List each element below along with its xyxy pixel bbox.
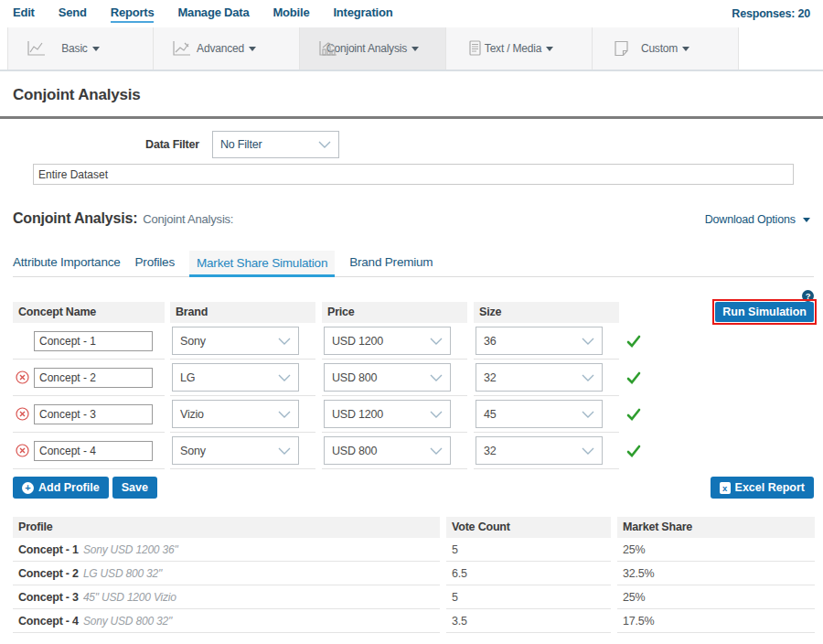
toolbar-advanced[interactable]: Advanced — [154, 27, 300, 70]
chevron-down-icon — [430, 447, 443, 455]
actions-row: + Add Profile Save x Excel Report — [13, 477, 814, 499]
sim-cell-price: USD 1200 — [322, 323, 467, 360]
download-options-button[interactable]: Download Options — [705, 213, 810, 226]
chevron-down-icon — [430, 338, 443, 345]
result-vote-count: 5 — [446, 585, 611, 609]
concept-name-input[interactable] — [34, 404, 153, 424]
chevron-down-icon — [430, 374, 443, 381]
section-heading: Conjoint Analysis: Conjoint Analysis: Do… — [13, 210, 810, 227]
chevron-down-icon — [318, 141, 331, 148]
result-market-share: 17.5% — [617, 609, 815, 633]
sim-cell-price: USD 1200 — [322, 396, 467, 433]
nav-item[interactable]: Send — [59, 5, 87, 23]
col-brand: Brand — [170, 302, 315, 323]
bar-line-chart-icon — [318, 40, 338, 60]
section-subtitle: Conjoint Analysis: — [143, 212, 233, 226]
simulator-header: Concept Name Brand Price Size — [13, 302, 823, 323]
concept-name-input[interactable] — [34, 368, 153, 388]
result-market-share: 32.5% — [617, 562, 815, 585]
data-filter-value: No Filter — [220, 138, 262, 151]
add-profile-label: Add Profile — [38, 481, 100, 494]
concept-name-input[interactable] — [34, 331, 153, 351]
chevron-down-icon — [278, 338, 291, 345]
col-concept-name: Concept Name — [13, 302, 165, 323]
tab[interactable]: Profiles — [135, 250, 175, 276]
col-vote-count: Vote Count — [446, 517, 611, 538]
results-header: Profile Vote Count Market Share — [13, 517, 823, 538]
price-select[interactable]: USD 800 — [324, 436, 451, 465]
col-profile: Profile — [13, 517, 440, 538]
sim-row: Vizio USD 1200 45 — [13, 396, 823, 433]
data-filter-select[interactable]: No Filter — [212, 131, 339, 158]
chevron-down-icon — [546, 47, 553, 51]
plus-circle-icon: + — [22, 482, 34, 494]
nav-item[interactable]: Reports — [111, 5, 155, 23]
nav-item[interactable]: Edit — [13, 5, 35, 23]
toolbar-conjoint-analysis[interactable]: Conjoint Analysis — [300, 27, 446, 70]
save-button[interactable]: Save — [112, 477, 157, 499]
tab[interactable]: Brand Premium — [349, 250, 433, 276]
size-select[interactable]: 32 — [476, 436, 603, 465]
sim-cell-brand: LG — [170, 360, 315, 396]
dataset-input[interactable] — [33, 164, 794, 185]
result-row: Concept - 3 45" USD 1200 Vizio 5 25% — [13, 585, 823, 609]
add-profile-button[interactable]: + Add Profile — [13, 477, 109, 499]
chevron-down-icon — [249, 47, 256, 51]
chevron-down-icon — [582, 411, 594, 418]
run-simulation-button[interactable]: Run Simulation — [715, 302, 814, 322]
col-size: Size — [474, 302, 619, 323]
delete-row-icon[interactable] — [16, 370, 29, 384]
valid-check-icon — [626, 371, 641, 384]
toolbar-text-media[interactable]: Text / Media — [446, 27, 593, 70]
chevron-down-icon — [430, 411, 443, 418]
brand-select[interactable]: Sony — [172, 327, 299, 355]
brand-select[interactable]: Sony — [172, 436, 299, 465]
brand-select[interactable]: LG — [172, 363, 299, 392]
delete-row-icon[interactable] — [16, 444, 29, 457]
tab[interactable]: Market Share Simulation — [189, 251, 335, 277]
price-select[interactable]: USD 1200 — [324, 327, 451, 355]
line-chart-icon — [27, 40, 47, 60]
nav-item[interactable]: Mobile — [273, 5, 309, 23]
sim-cell-name — [13, 433, 165, 469]
nav-item[interactable]: Integration — [333, 5, 392, 23]
size-select[interactable]: 36 — [476, 327, 603, 355]
toolbar-basic[interactable]: Basic — [7, 27, 154, 70]
section-title: Conjoint Analysis: — [13, 210, 137, 227]
sim-cell-size: 36 — [474, 323, 619, 360]
document-icon — [465, 40, 485, 60]
chevron-down-icon — [582, 447, 594, 455]
excel-report-button[interactable]: x Excel Report — [711, 477, 814, 499]
simulator-table: Concept Name Brand Price Size Run Simula… — [0, 302, 823, 469]
size-value: 45 — [484, 408, 497, 421]
delete-row-icon[interactable] — [16, 407, 29, 421]
sim-cell-brand: Sony — [170, 323, 315, 360]
nav-item[interactable]: Manage Data — [177, 5, 249, 23]
advanced-chart-icon — [172, 40, 192, 60]
brand-select[interactable]: Vizio — [172, 400, 299, 428]
sim-cell-brand: Sony — [170, 433, 315, 469]
chevron-down-icon — [582, 338, 594, 345]
col-price: Price — [322, 302, 467, 323]
size-select[interactable]: 32 — [476, 363, 603, 392]
responses-count: Responses: 20 — [732, 7, 810, 20]
sim-cell-price: USD 800 — [322, 433, 467, 469]
sim-row: Sony USD 1200 36 — [13, 323, 823, 360]
chevron-down-icon — [582, 374, 594, 381]
sim-cell-size: 32 — [474, 433, 619, 469]
toolbar-label: Custom — [641, 42, 678, 55]
result-vote-count: 5 — [446, 538, 611, 562]
size-select[interactable]: 45 — [476, 400, 603, 428]
result-market-share: 25% — [617, 585, 815, 609]
toolbar-custom[interactable]: Custom — [593, 27, 739, 70]
sim-cell-name — [13, 323, 165, 360]
price-select[interactable]: USD 1200 — [324, 400, 451, 428]
price-select[interactable]: USD 800 — [324, 363, 451, 392]
data-filter-row: Data Filter No Filter — [0, 131, 823, 158]
tab[interactable]: Attribute Importance — [13, 250, 121, 276]
data-filter-label: Data Filter — [0, 138, 199, 151]
result-vote-count: 6.5 — [446, 562, 611, 585]
download-options-label: Download Options — [705, 213, 796, 226]
concept-name-input[interactable] — [34, 441, 153, 461]
sim-cell-name — [13, 396, 165, 433]
